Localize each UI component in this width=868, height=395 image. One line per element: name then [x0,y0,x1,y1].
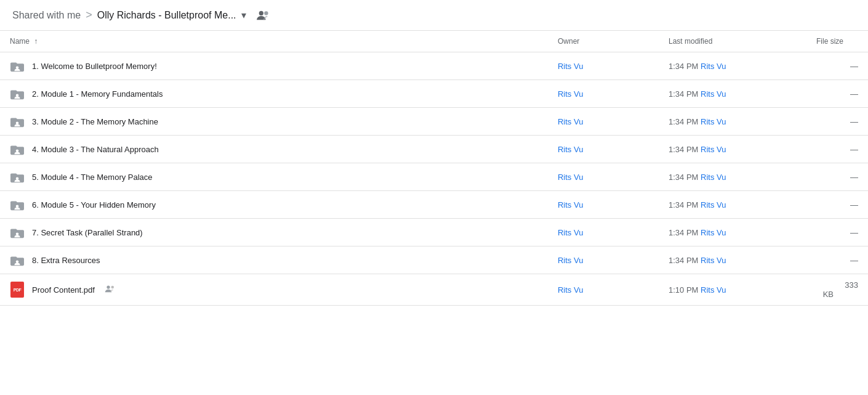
table-row[interactable]: PDF Proof Content.pdf Rits Vu 1:10 PM Ri… [0,274,868,306]
owner-name[interactable]: Rits Vu [558,62,583,71]
svg-point-9 [16,260,19,263]
owner-cell: Rits Vu [548,163,659,191]
file-name: 3. Module 2 - The Memory Machine [32,117,158,126]
size-cell: 333 KB [806,274,868,306]
modified-by[interactable]: Rits Vu [701,285,726,295]
size-cell: — [806,219,868,246]
shared-folder-icon [10,142,25,157]
owner-name[interactable]: Rits Vu [558,256,583,265]
table-row[interactable]: 1. Welcome to Bulletproof Memory! Rits V… [0,52,868,80]
table-row[interactable]: 3. Module 2 - The Memory Machine Rits Vu… [0,108,868,136]
modified-time: 1:34 PM [669,117,701,126]
modified-time: 1:34 PM [669,62,701,71]
svg-point-5 [16,149,19,152]
table-row[interactable]: 6. Module 5 - Your Hidden Memory Rits Vu… [0,191,868,219]
shared-with-me-link[interactable]: Shared with me [12,10,81,21]
folder-dropdown-icon[interactable]: ▾ [241,9,246,21]
modified-by[interactable]: Rits Vu [701,62,726,71]
modified-time: 1:34 PM [669,228,701,237]
file-name: 1. Welcome to Bulletproof Memory! [32,62,157,71]
file-name: 8. Extra Resources [32,256,100,265]
pdf-icon: PDF [10,282,25,297]
modified-by[interactable]: Rits Vu [701,89,726,99]
table-row[interactable]: 8. Extra Resources Rits Vu 1:34 PM Rits … [0,246,868,274]
sort-icon: ↑ [34,37,38,46]
file-table: Name ↑ Owner Last modified File size 1. … [0,31,868,306]
file-size: — [850,89,858,99]
file-name-cell: 6. Module 5 - Your Hidden Memory [0,191,548,219]
column-header-name[interactable]: Name ↑ [0,31,548,52]
current-folder-name: Olly Richards - Bulletproof Me... [97,10,236,21]
svg-point-2 [16,66,19,69]
file-size: — [850,117,858,126]
modified-by[interactable]: Rits Vu [701,256,726,265]
owner-cell: Rits Vu [548,108,659,136]
breadcrumb: Shared with me > Olly Richards - Bulletp… [0,0,868,31]
file-name-cell: PDF Proof Content.pdf [0,274,548,306]
modified-by[interactable]: Rits Vu [701,145,726,154]
size-cell: — [806,80,868,108]
owner-cell: Rits Vu [548,219,659,246]
shared-folder-icon [10,169,25,184]
file-name-cell: 8. Extra Resources [0,246,548,274]
modified-cell: 1:34 PM Rits Vu [659,52,806,80]
file-name: 6. Module 5 - Your Hidden Memory [32,200,156,210]
modified-cell: 1:34 PM Rits Vu [659,191,806,219]
svg-point-0 [259,10,263,15]
modified-cell: 1:34 PM Rits Vu [659,136,806,163]
owner-name[interactable]: Rits Vu [558,285,583,295]
modified-cell: 1:34 PM Rits Vu [659,163,806,191]
column-header-modified: Last modified [659,31,806,52]
modified-by[interactable]: Rits Vu [701,117,726,126]
modified-time: 1:10 PM [669,285,701,295]
modified-by[interactable]: Rits Vu [701,200,726,210]
owner-name[interactable]: Rits Vu [558,200,583,210]
file-name-cell: 7. Secret Task (Parallel Strand) [0,219,548,246]
size-cell: — [806,163,868,191]
table-row[interactable]: 4. Module 3 - The Natural Approach Rits … [0,136,868,163]
shared-folder-icon [10,59,25,73]
svg-point-11 [111,285,114,288]
shared-badge [105,285,116,295]
shared-folder-icon [10,225,25,240]
file-name-cell: 2. Module 1 - Memory Fundamentals [0,80,548,108]
table-row[interactable]: 2. Module 1 - Memory Fundamentals Rits V… [0,80,868,108]
svg-point-4 [16,121,19,124]
modified-cell: 1:34 PM Rits Vu [659,108,806,136]
svg-point-6 [16,177,19,180]
svg-point-1 [264,11,268,15]
svg-point-8 [16,232,19,235]
file-name-cell: 5. Module 4 - The Memory Palace [0,163,548,191]
folder-people-icon[interactable] [256,10,270,21]
file-name: 4. Module 3 - The Natural Approach [32,145,159,154]
size-cell: — [806,246,868,274]
modified-time: 1:34 PM [669,89,701,99]
file-size: — [850,62,858,71]
modified-time: 1:34 PM [669,145,701,154]
owner-name[interactable]: Rits Vu [558,173,583,182]
owner-cell: Rits Vu [548,246,659,274]
file-name-cell: 4. Module 3 - The Natural Approach [0,136,548,163]
modified-by[interactable]: Rits Vu [701,228,726,237]
breadcrumb-separator: > [86,9,92,22]
svg-point-3 [16,94,19,97]
file-size: — [850,256,858,265]
modified-time: 1:34 PM [669,200,701,210]
svg-point-10 [106,285,110,288]
file-name: 5. Module 4 - The Memory Palace [32,173,153,182]
owner-name[interactable]: Rits Vu [558,117,583,126]
modified-cell: 1:10 PM Rits Vu [659,274,806,306]
column-header-size: File size [806,31,868,52]
owner-name[interactable]: Rits Vu [558,89,583,99]
table-row[interactable]: 7. Secret Task (Parallel Strand) Rits Vu… [0,219,868,246]
size-cell: — [806,52,868,80]
modified-cell: 1:34 PM Rits Vu [659,246,806,274]
file-name-cell: 1. Welcome to Bulletproof Memory! [0,52,548,80]
table-row[interactable]: 5. Module 4 - The Memory Palace Rits Vu … [0,163,868,191]
owner-name[interactable]: Rits Vu [558,145,583,154]
shared-folder-icon [10,86,25,101]
size-cell: — [806,191,868,219]
owner-name[interactable]: Rits Vu [558,228,583,237]
modified-by[interactable]: Rits Vu [701,173,726,182]
size-cell: — [806,108,868,136]
